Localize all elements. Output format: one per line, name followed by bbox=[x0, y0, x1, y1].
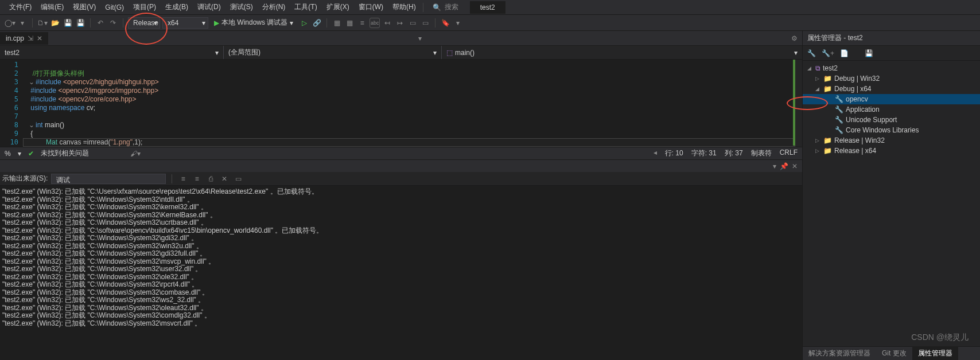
status-tabs: 制表符 bbox=[751, 148, 772, 158]
tree-item[interactable]: ▷📁Release | Win32 bbox=[803, 135, 980, 146]
tree-item[interactable]: 🔧Unicode Support bbox=[803, 115, 980, 125]
tool-icon[interactable]: ▭ bbox=[420, 18, 430, 28]
chevron-down-icon[interactable]: ▾ bbox=[416, 34, 424, 42]
menu-extensions[interactable]: 扩展(X) bbox=[322, 1, 354, 14]
document-tab[interactable]: in.cpp ⇲ ✕ bbox=[0, 32, 48, 45]
tree-label: Debug | x64 bbox=[834, 85, 872, 93]
debug-button-label: 本地 Windows 调试器 bbox=[221, 18, 287, 28]
menu-edit[interactable]: 编辑(E) bbox=[36, 1, 68, 14]
tool-icon[interactable]: ▦ bbox=[332, 18, 342, 28]
menu-bar: 文件(F) 编辑(E) 视图(V) Git(G) 项目(P) 生成(B) 调试(… bbox=[0, 0, 980, 15]
tree-label: test2 bbox=[823, 64, 838, 72]
separator bbox=[123, 18, 123, 28]
wrench-add-icon[interactable]: 🔧+ bbox=[822, 49, 834, 57]
cube-icon: ⬚ bbox=[446, 49, 453, 57]
tree-item[interactable]: 🔧Core Windows Libraries bbox=[803, 125, 980, 135]
platform-combo[interactable]: x64▾ bbox=[162, 17, 208, 29]
code-area[interactable]: //打开摄像头样例 ⌄#include <opencv2/highgui/hig… bbox=[23, 60, 802, 147]
play-icon: ▶ bbox=[214, 19, 219, 27]
separator bbox=[32, 18, 33, 28]
configuration-combo[interactable]: Release▾ bbox=[128, 17, 160, 29]
tree-item-opencv[interactable]: 🔧opencv bbox=[803, 94, 980, 104]
menu-test[interactable]: 测试(S) bbox=[225, 1, 258, 14]
tool-icon[interactable]: ↦ bbox=[395, 18, 405, 28]
separator bbox=[423, 3, 423, 12]
status-crlf: CRLF bbox=[780, 148, 798, 158]
clear-icon[interactable]: ✕ bbox=[219, 174, 230, 184]
nav-project-combo[interactable]: test2▾ bbox=[0, 46, 224, 59]
tool-icon[interactable]: ▭ bbox=[407, 18, 418, 28]
save-all-icon[interactable]: 💾 bbox=[75, 18, 85, 28]
tree-item[interactable]: ◢📁Debug | x64 bbox=[803, 84, 980, 94]
tool-icon[interactable]: ⎙ bbox=[205, 174, 216, 184]
tab-solution-explorer[interactable]: 解决方案资源管理器 bbox=[803, 346, 876, 360]
pin-icon[interactable]: 📌 bbox=[780, 162, 788, 170]
separator bbox=[326, 18, 327, 28]
close-icon[interactable]: ✕ bbox=[792, 162, 798, 170]
tree-root[interactable]: ◢⧉test2 bbox=[803, 63, 980, 73]
tool-icon[interactable]: ≡ bbox=[178, 174, 188, 184]
panel-toolbar: 🔧 🔧+ 📄 💾 bbox=[803, 46, 980, 61]
menu-file[interactable]: 文件(F) bbox=[5, 1, 36, 14]
scrollbar[interactable] bbox=[795, 60, 802, 147]
tree-item[interactable]: ▷📁Debug | Win32 bbox=[803, 73, 980, 84]
brush-icon[interactable]: 🖌▾ bbox=[130, 150, 141, 158]
property-tree[interactable]: ◢⧉test2 ▷📁Debug | Win32 ◢📁Debug | x64 🔧o… bbox=[803, 61, 980, 346]
bookmark-icon[interactable]: 🔖 bbox=[440, 18, 450, 28]
menu-project[interactable]: 项目(P) bbox=[129, 1, 161, 14]
output-source-combo[interactable]: 调试 bbox=[51, 174, 166, 184]
code-editor[interactable]: 12345678910 //打开摄像头样例 ⌄#include <opencv2… bbox=[0, 60, 802, 147]
tool-icon[interactable]: ≡ bbox=[192, 174, 202, 184]
output-text[interactable]: "test2.exe" (Win32): 已加载 "C:\Users\xfxam… bbox=[0, 186, 802, 360]
menu-debug[interactable]: 调试(D) bbox=[193, 1, 225, 14]
forward-icon[interactable]: ▾ bbox=[17, 18, 28, 28]
abc-icon[interactable]: abc bbox=[370, 18, 380, 28]
menu-window[interactable]: 窗口(W) bbox=[354, 1, 388, 14]
dropdown-icon[interactable]: ▾ bbox=[773, 162, 776, 170]
solution-tab[interactable]: test2 bbox=[470, 1, 505, 14]
menu-help[interactable]: 帮助(H) bbox=[388, 1, 421, 14]
tree-item[interactable]: 🔧Application bbox=[803, 104, 980, 115]
separator bbox=[90, 18, 91, 28]
tree-label: Core Windows Libraries bbox=[846, 126, 919, 134]
tool-icon[interactable]: ≡ bbox=[357, 18, 367, 28]
toolbar: ◯▾ ▾ 🗋▾ 📂 💾 💾 ↶ ↷ Release▾ x64▾ ▶本地 Wind… bbox=[0, 15, 980, 31]
tree-label: opencv bbox=[846, 95, 868, 103]
check-icon: ✔ bbox=[28, 150, 34, 158]
tab-git-changes[interactable]: Git 更改 bbox=[876, 346, 912, 360]
start-without-debug-icon[interactable]: ▷ bbox=[299, 18, 309, 28]
menu-git[interactable]: Git(G) bbox=[100, 2, 129, 13]
new-icon[interactable]: 🗋▾ bbox=[37, 18, 48, 28]
nav-function-combo[interactable]: ⬚main()▾ bbox=[442, 46, 802, 59]
status-col: 列: 37 bbox=[725, 148, 743, 158]
back-icon[interactable]: ◯▾ bbox=[5, 18, 15, 28]
pin-icon[interactable]: ⇲ bbox=[28, 34, 33, 42]
open-icon[interactable]: 📂 bbox=[50, 18, 60, 28]
attach-icon[interactable]: 🔗 bbox=[312, 18, 322, 28]
tool-icon[interactable]: ↤ bbox=[382, 18, 392, 28]
menu-analyze[interactable]: 分析(N) bbox=[258, 1, 290, 14]
percent-label: % bbox=[5, 150, 11, 158]
close-icon[interactable]: ✕ bbox=[37, 34, 42, 42]
tool-icon[interactable]: ▭ bbox=[233, 174, 243, 184]
tree-label: Debug | Win32 bbox=[834, 75, 880, 83]
undo-icon[interactable]: ↶ bbox=[95, 18, 106, 28]
tab-property-manager[interactable]: 属性管理器 bbox=[912, 346, 958, 360]
save-icon[interactable]: 💾 bbox=[63, 18, 73, 28]
start-debug-button[interactable]: ▶本地 Windows 调试器▾ bbox=[211, 18, 297, 28]
search-box[interactable]: 搜索 bbox=[445, 2, 458, 12]
nav-scope-combo[interactable]: (全局范围)▾ bbox=[224, 46, 442, 59]
wrench-icon[interactable]: 🔧 bbox=[807, 49, 816, 57]
tree-item[interactable]: ▷📁Release | x64 bbox=[803, 146, 980, 156]
menu-tools[interactable]: 工具(T) bbox=[290, 1, 321, 14]
menu-build[interactable]: 生成(B) bbox=[161, 1, 193, 14]
panel-tabs: 解决方案资源管理器 Git 更改 属性管理器 bbox=[803, 346, 980, 360]
tool-icon[interactable]: ▾ bbox=[453, 18, 463, 28]
save-icon[interactable]: 💾 bbox=[865, 49, 873, 57]
redo-icon[interactable]: ↷ bbox=[108, 18, 118, 28]
gear-icon[interactable]: ⚙ bbox=[791, 34, 798, 42]
tool-icon[interactable]: ▦ bbox=[344, 18, 355, 28]
add-existing-icon[interactable]: 📄 bbox=[840, 49, 849, 57]
menu-view[interactable]: 视图(V) bbox=[68, 1, 100, 14]
nav-left-icon[interactable]: ◂ bbox=[654, 148, 657, 158]
